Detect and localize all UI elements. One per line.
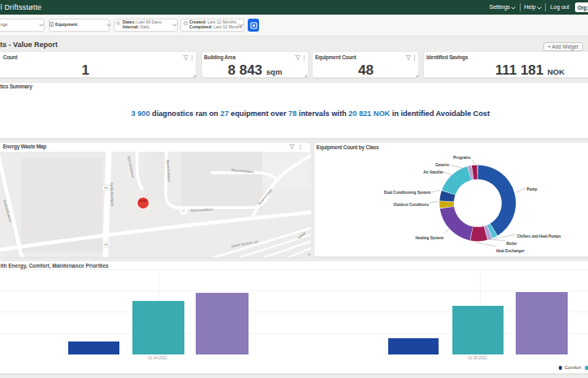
svg-text:Dual Conditioning System: Dual Conditioning System xyxy=(384,190,430,194)
svg-text:Programs: Programs xyxy=(453,155,471,159)
svg-text:Chillers and Heat Pumps: Chillers and Heat Pumps xyxy=(517,234,562,238)
svg-text:E6: E6 xyxy=(105,186,110,190)
svg-text:Heat Exchanger: Heat Exchanger xyxy=(496,248,525,252)
svg-text:Boiler: Boiler xyxy=(507,241,517,245)
svg-text:Outdoor Conditions: Outdoor Conditions xyxy=(394,202,430,206)
svg-text:Heating System: Heating System xyxy=(416,235,443,239)
svg-text:E6: E6 xyxy=(105,243,110,247)
svg-text:Pump: Pump xyxy=(527,187,538,191)
svg-text:20 821: 20 821 xyxy=(139,200,147,203)
svg-text:Generic: Generic xyxy=(435,162,450,166)
svg-text:Air Handler: Air Handler xyxy=(424,170,444,174)
